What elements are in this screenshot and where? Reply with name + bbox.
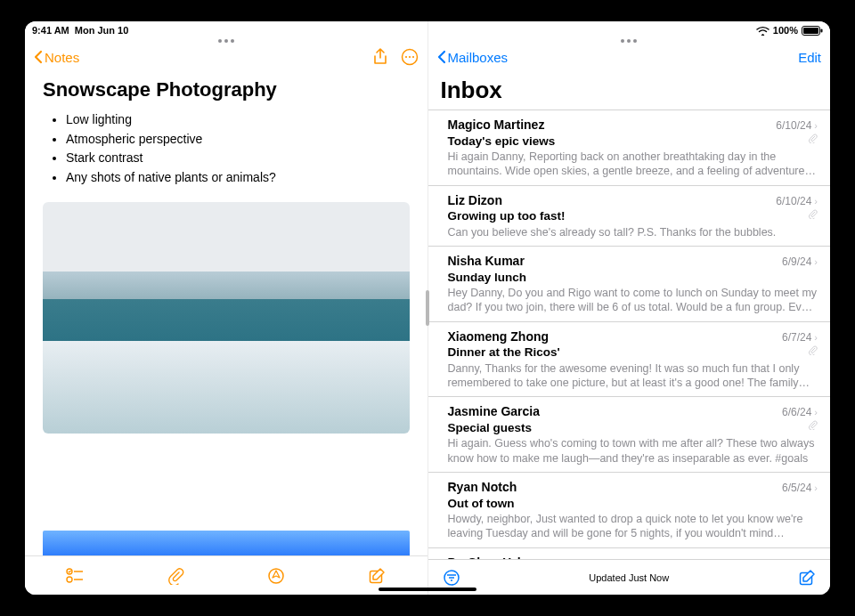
note-title: Snowscape Photography [43,78,410,101]
split-view-divider-handle[interactable] [426,290,429,326]
mail-status-text: Updated Just Now [460,572,799,583]
status-date: Mon Jun 10 [75,25,129,36]
chevron-right-icon: › [814,557,818,559]
svg-rect-12 [821,28,823,32]
chevron-left-icon [437,50,446,64]
notes-toolbar [25,555,428,595]
checklist-icon[interactable] [66,568,84,584]
message-date: 6/6/24 [782,406,811,420]
message-subject: Dinner at the Ricos' [448,344,818,361]
mailboxes-back-label: Mailboxes [448,50,509,65]
message-date: 6/10/24 [776,195,811,209]
status-time: 9:41 AM [32,25,69,36]
message-preview: Can you believe she's already so tall? P… [448,225,818,239]
message-date: 6/7/24 [782,331,811,345]
message-row[interactable]: Magico Martinez6/10/24›Today's epic view… [428,110,831,186]
battery-text: 100% [773,25,798,36]
more-icon[interactable] [401,48,419,66]
message-sender: Jasmine Garcia [448,403,782,419]
paperclip-icon [808,134,818,143]
message-subject: Out of town [448,496,818,512]
mail-bottom-bar: Updated Just Now [428,559,831,595]
mail-nav-bar: Mailboxes Edit [428,39,831,75]
message-date: 5/29/24 [776,557,811,559]
message-row[interactable]: Jasmine Garcia6/6/24›Special guestsHi ag… [428,397,831,473]
note-attached-image[interactable] [43,202,410,434]
inbox-heading: Inbox [428,75,831,109]
status-bar-left: 9:41 AM Mon Jun 10 [25,21,428,39]
home-indicator[interactable] [379,588,476,591]
message-subject: Growing up too fast! [448,208,818,224]
message-row[interactable]: Liz Dizon6/10/24›Growing up too fast!Can… [428,186,831,247]
filter-icon[interactable] [443,569,460,587]
wifi-icon [756,26,770,36]
mail-app-pane: 100% Mailboxes Edit Inbox Magico [428,21,831,595]
svg-point-2 [408,56,410,58]
svg-point-1 [404,56,406,58]
message-preview: Hi again. Guess who's coming to town wit… [448,436,818,466]
message-date: 6/5/24 [782,482,811,496]
note-bullet: Atmospheric perspective [66,130,410,150]
message-preview: Hi again Danny, Reporting back on anothe… [448,150,818,179]
notes-back-button[interactable]: Notes [34,50,79,65]
message-sender: Po-Chun Yeh [448,555,777,559]
message-sender: Ryan Notch [448,479,782,495]
message-sender: Nisha Kumar [448,253,782,269]
notes-back-label: Notes [45,50,79,65]
message-preview: Hey Danny, Do you and Rigo want to come … [448,286,818,315]
message-subject: Sunday lunch [448,270,818,286]
chevron-left-icon [34,50,43,64]
chevron-right-icon: › [814,482,818,494]
message-preview: Howdy, neighbor, Just wanted to drop a q… [448,512,818,541]
message-row[interactable]: Nisha Kumar6/9/24›Sunday lunchHey Danny,… [428,247,831,322]
svg-rect-11 [803,28,818,34]
chevron-right-icon: › [814,331,818,344]
note-bullet: Stark contrast [66,149,410,168]
message-date: 6/9/24 [782,255,811,270]
message-preview: Danny, Thanks for the awesome evening! I… [448,361,818,391]
note-content[interactable]: Snowscape Photography Low lighting Atmos… [25,75,428,520]
message-sender: Xiaomeng Zhong [448,328,782,344]
message-sender: Magico Martinez [448,117,777,133]
chevron-right-icon: › [814,195,818,207]
note-bullets: Low lighting Atmospheric perspective Sta… [66,110,410,188]
message-list[interactable]: Magico Martinez6/10/24›Today's epic view… [428,109,831,559]
paperclip-icon [808,420,818,430]
message-sender: Liz Dizon [448,192,777,208]
battery-icon [802,26,823,36]
paperclip-icon [808,209,818,219]
notes-app-pane: 9:41 AM Mon Jun 10 Notes [25,21,428,595]
svg-point-6 [67,577,72,582]
message-date: 6/10/24 [776,119,811,134]
mail-edit-button[interactable]: Edit [798,50,821,65]
note-bullet: Low lighting [66,110,410,130]
svg-point-3 [411,56,413,58]
paperclip-icon[interactable] [167,567,184,585]
compose-icon[interactable] [798,569,816,587]
multitask-menu-button[interactable] [621,39,637,43]
pen-tip-icon[interactable] [267,567,285,585]
multitask-menu-button[interactable] [218,39,234,43]
mailboxes-back-button[interactable]: Mailboxes [437,50,509,65]
message-subject: Special guests [448,420,818,436]
chevron-right-icon: › [814,255,818,268]
notes-nav-bar: Notes [25,39,428,75]
compose-icon[interactable] [368,567,386,585]
status-bar-right: 100% [428,21,831,39]
chevron-right-icon: › [814,406,818,418]
chevron-right-icon: › [814,119,818,132]
note-second-image-peek[interactable] [43,531,410,555]
message-row[interactable]: Ryan Notch6/5/24›Out of townHowdy, neigh… [428,473,831,548]
message-subject: Today's epic views [448,134,818,150]
message-row[interactable]: Xiaomeng Zhong6/7/24›Dinner at the Ricos… [428,322,831,398]
note-bullet: Any shots of native plants or animals? [66,168,410,188]
share-icon[interactable] [372,48,388,66]
paperclip-icon [808,345,818,355]
message-row[interactable]: Po-Chun Yeh5/29/24›Lunch call? [428,548,831,559]
